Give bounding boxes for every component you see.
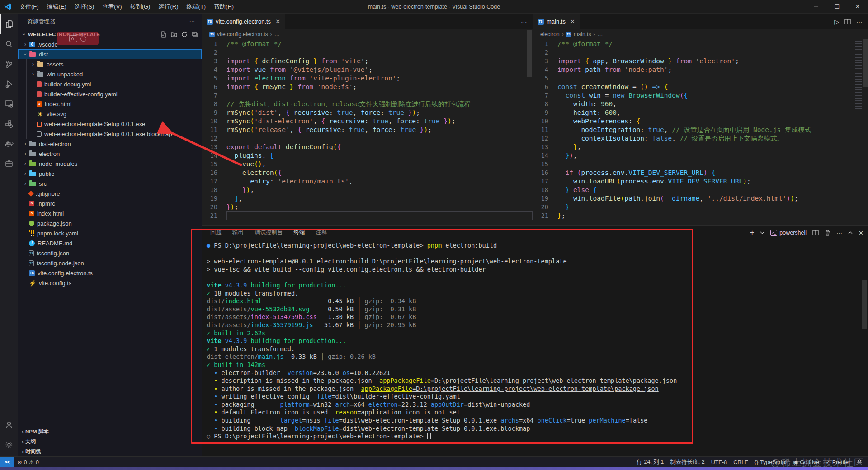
scrollbar-thumb[interactable] [863, 39, 868, 87]
tree-item[interactable]: ›node_modules [18, 159, 202, 169]
breadcrumb-left[interactable]: TS vite.config.electron.ts › … [202, 29, 533, 39]
status-item-UTF-8[interactable]: UTF-8 [708, 457, 730, 467]
tree-item[interactable]: ›builder-debug.yml [18, 79, 202, 89]
status-item-bell[interactable] [854, 457, 865, 467]
tree-item[interactable]: ›dist-electron [18, 139, 202, 149]
source-control-icon[interactable] [0, 54, 18, 74]
tree-item[interactable]: ›electron [18, 149, 202, 159]
status-item-Prettier[interactable]: ✓Prettier [822, 457, 854, 467]
run-debug-icon[interactable] [0, 74, 18, 94]
tab-close-icon[interactable]: ✕ [275, 18, 280, 25]
sidebar-section-NPM 脚本[interactable]: ›NPM 脚本 [18, 427, 202, 437]
tree-item[interactable]: ›pnpm-lock.yaml [18, 228, 202, 238]
scrollbar-thumb[interactable] [527, 30, 532, 77]
search-icon[interactable] [0, 34, 18, 54]
maximize-button[interactable]: ☐ [826, 0, 847, 13]
tree-item[interactable]: ›❮.vscode [18, 39, 202, 49]
new-terminal-icon[interactable]: + [750, 229, 754, 237]
terminal-output[interactable]: ● PS D:\projectFile\learning-project\web… [202, 240, 868, 456]
status-item-Go Live[interactable]: ◉Go Live [790, 457, 822, 467]
file-tree[interactable]: ›❮.vscode›dist›assets›win-unpacked›build… [18, 39, 202, 427]
new-file-icon[interactable] [160, 31, 167, 38]
tree-item[interactable]: ›package.json [18, 218, 202, 228]
run-file-icon[interactable]: ▷ [834, 18, 839, 25]
tree-item[interactable]: ›dist [18, 49, 202, 59]
extensions-icon[interactable] [0, 114, 18, 134]
menu-item[interactable]: 帮助(H) [210, 0, 238, 13]
accounts-icon[interactable] [0, 415, 18, 435]
tree-item[interactable]: ›assets [18, 59, 202, 69]
new-folder-icon[interactable] [171, 31, 177, 38]
menu-item[interactable]: 转到(G) [126, 0, 155, 13]
explorer-icon[interactable] [0, 14, 18, 34]
close-button[interactable]: ✕ [847, 0, 868, 13]
breadcrumb-segment[interactable]: main.ts [574, 31, 591, 38]
menu-item[interactable]: 查看(V) [98, 0, 126, 13]
split-terminal-icon[interactable] [812, 230, 819, 236]
panel-more-icon[interactable]: ⋯ [836, 230, 842, 236]
code-editor-right[interactable]: 1/** @format */23import { app, BrowserWi… [533, 39, 868, 225]
menu-item[interactable]: 选择(S) [71, 0, 98, 13]
tree-item[interactable]: ›5index.html [18, 208, 202, 218]
status-item-制表符长度: 2[interactable]: 制表符长度: 2 [667, 457, 708, 467]
split-editor-icon[interactable] [844, 19, 851, 25]
minimap[interactable] [855, 41, 862, 111]
tree-item[interactable]: ›web-electron-template Setup 0.0.1.exe.b… [18, 129, 202, 139]
panel-tab-注释[interactable]: 注释 [315, 226, 328, 240]
trash-icon[interactable] [825, 230, 830, 236]
more-actions-icon[interactable]: ⋯ [856, 18, 863, 25]
minimize-button[interactable]: ─ [806, 0, 826, 13]
tree-item[interactable]: ›⚡vite.config.ts [18, 278, 202, 288]
status-item-TypeScript[interactable]: {}TypeScript [751, 457, 790, 467]
panel-tab-终端[interactable]: 终端 [293, 226, 306, 240]
docker-icon[interactable] [0, 134, 18, 154]
tree-item[interactable]: ›.gitignore [18, 188, 202, 198]
refresh-icon[interactable] [181, 31, 188, 38]
menu-item[interactable]: 终端(T) [182, 0, 210, 13]
tree-item[interactable]: ›TStsconfig.json [18, 248, 202, 258]
terminal-scrollbar[interactable] [862, 280, 867, 329]
panel-tab-输出[interactable]: 输出 [231, 226, 245, 240]
close-panel-icon[interactable]: ✕ [859, 230, 863, 236]
breadcrumb-segment[interactable]: … [274, 31, 280, 38]
breadcrumb-segment[interactable]: … [597, 31, 603, 38]
sidebar-section-时间线[interactable]: ›时间线 [18, 446, 202, 456]
tab-vite-config[interactable]: TS vite.config.electron.ts ✕ [202, 14, 285, 29]
tab-main-ts[interactable]: TS main.ts ✕ [533, 14, 580, 29]
menu-item[interactable]: 文件(F) [15, 0, 43, 13]
tree-item[interactable]: ›✳vite.svg [18, 109, 202, 119]
more-actions-icon[interactable]: ⋯ [521, 18, 527, 25]
container-tools-icon[interactable] [0, 154, 18, 174]
explorer-more-icon[interactable]: ⋯ [189, 18, 196, 25]
terminal-dropdown-icon[interactable] [760, 230, 764, 235]
collapse-all-icon[interactable] [192, 31, 198, 38]
tree-item[interactable]: ›TStsconfig.node.json [18, 258, 202, 268]
workspace-section-header[interactable]: › WEB-ELECTRON-TEMPLATE [18, 29, 202, 39]
menu-item[interactable]: 编辑(E) [43, 0, 71, 13]
sidebar-section-大纲[interactable]: ›大纲 [18, 437, 202, 446]
panel-tab-问题[interactable]: 问题 [209, 226, 222, 240]
tree-item[interactable]: ›n.npmrc [18, 198, 202, 208]
panel-tab-调试控制台[interactable]: 调试控制台 [254, 226, 284, 240]
status-item-CRLF[interactable]: CRLF [730, 457, 751, 467]
breadcrumb-segment[interactable]: vite.config.electron.ts [217, 31, 268, 38]
problems-status[interactable]: ⊗ 0 ⚠ 0 [14, 457, 42, 467]
tree-item[interactable]: ›builder-effective-config.yaml [18, 89, 202, 99]
terminal-instance[interactable]: >_ powershell [770, 230, 807, 236]
status-item-行 24, 列 1[interactable]: 行 24, 列 1 [634, 457, 667, 467]
breadcrumb-right[interactable]: electron › TS main.ts › … [533, 29, 868, 39]
tree-item[interactable]: ›5index.html [18, 99, 202, 109]
tree-item[interactable]: ›web-electron-template Setup 0.0.1.exe [18, 119, 202, 129]
remote-indicator[interactable]: >< [0, 457, 14, 467]
tree-item[interactable]: ›TSvite.config.electron.ts [18, 268, 202, 278]
maximize-panel-icon[interactable] [848, 230, 853, 235]
tree-item[interactable]: ›src [18, 179, 202, 188]
code-editor-left[interactable]: 1/** @format */23import { defineConfig }… [202, 39, 533, 225]
remote-explorer-icon[interactable] [0, 94, 18, 114]
tree-item[interactable]: ›iREADME.md [18, 238, 202, 248]
tree-item[interactable]: ›win-unpacked [18, 69, 202, 79]
tab-close-icon[interactable]: ✕ [570, 18, 575, 25]
tree-item[interactable]: ›public [18, 169, 202, 179]
menu-item[interactable]: 运行(R) [154, 0, 182, 13]
breadcrumb-segment[interactable]: electron [540, 31, 560, 38]
